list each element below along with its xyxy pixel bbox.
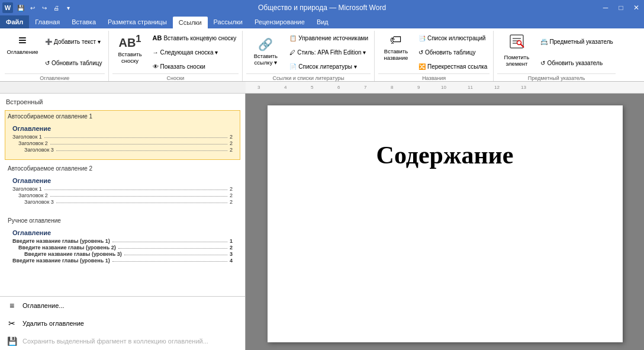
toc-group-label: Оглавление [5,73,105,82]
ruler-tick-11: 11 [468,85,473,90]
manage-sources-icon: 📋 [289,35,297,41]
title-bar: W 💾 ↩ ↪ 🖨 ▾ Общество и природа — Microso… [0,0,644,15]
update-table-icon: ↺ [45,60,50,66]
manage-sources-btn[interactable]: 📋 Управление источниками [287,32,371,44]
show-notes-btn[interactable]: 👁 Показать сноски [150,60,239,72]
ribbon-group-footnotes: AB1 Вставить сноску AB Вставить концевую… [110,31,243,81]
insert-citation-btn[interactable]: 🔗 Вставить ссылку ▾ [246,31,285,72]
toc-small-btns: ➕ Добавить текст ▾ ↺ Обновить таблицу [43,31,105,73]
citations-group-content: 🔗 Вставить ссылку ▾ 📋 Управление источни… [246,31,371,73]
index-small-btns: 📇 Предметный указатель ↺ Обновить указат… [538,31,615,73]
manage-sources-label: Управление источниками [298,35,368,41]
ruler-tick-10: 10 [441,85,446,90]
toc-group-content: ≡ Оглавление ➕ Добавить текст ▾ ↺ Обнови… [5,31,105,73]
manual-toc-option[interactable]: Ручное оглавление Оглавление Введите наз… [5,214,240,271]
open-toc-action[interactable]: ≡ Оглавление... [0,297,245,314]
auto-toc-1-option[interactable]: Автособираемое оглавление 1 Оглавление З… [5,110,240,160]
update-table-btn[interactable]: ↺ Обновить таблицу [43,57,105,69]
ribbon-group-index: Пометить элемент 📇 Предметный указатель … [495,31,619,81]
auto-toc-2-option[interactable]: Автособираемое оглавление 2 Оглавление З… [5,162,240,212]
save-toc-label: Сохранить выделенный фрагмент в коллекци… [22,338,208,345]
main-area: Встроенный Автособираемое оглавление 1 О… [0,94,644,350]
auto-toc-1-label: Автособираемое оглавление 1 [8,113,237,120]
manual-toc-line-4: Введите название главы (уровень 1) 4 [12,258,233,264]
update-index-btn[interactable]: ↺ Обновить указатель [538,57,615,69]
save-toc-icon: 💾 [6,335,18,347]
menu-view[interactable]: Вид [311,15,334,28]
update-index-label: Обновить указатель [547,60,603,66]
update-index-icon: ↺ [540,60,545,66]
ruler-area: 3 4 5 6 7 8 9 10 11 12 13 [0,82,644,94]
mark-entry-btn[interactable]: Пометить элемент [497,31,536,69]
insert-footnote-icon: AB1 [118,33,141,50]
insert-endnote-label: Вставить концевую сноску [163,35,236,41]
document-area[interactable]: Содержание [246,94,644,350]
figure-list-btn[interactable]: 📑 Список иллюстраций [416,32,490,44]
auto-toc-1-preview: Оглавление Заголовок 1 2 Заголовок 2 2 [8,121,237,157]
scroll-spacer [0,273,245,285]
menu-review[interactable]: Рецензирование [249,15,311,28]
menu-file[interactable]: Файл [0,15,29,28]
ribbon: ≡ Оглавление ➕ Добавить текст ▾ ↺ Обнови… [0,28,644,82]
add-text-btn[interactable]: ➕ Добавить текст ▾ [43,36,105,47]
footnotes-small-btns: AB Вставить концевую сноску → Следующая … [150,31,239,73]
captions-group-label: Названия [378,73,490,82]
captions-group-content: 🏷 Вставить название 📑 Список иллюстраций… [378,31,490,73]
word-icon: W [2,2,13,13]
insert-endnote-icon: AB [153,34,162,41]
toc-icon: ≡ [18,33,27,47]
builtin-section-header: Встроенный [0,94,245,108]
ribbon-group-toc: ≡ Оглавление ➕ Добавить текст ▾ ↺ Обнови… [2,31,109,81]
menu-insert[interactable]: Вставка [66,15,102,28]
minimize-btn[interactable]: ─ [598,0,613,15]
cross-ref-btn[interactable]: 🔀 Перекрестная ссылка [416,60,490,72]
menu-layout[interactable]: Разметка страницы [102,15,173,28]
qa-undo-btn[interactable]: ↩ [27,2,38,13]
index-btn[interactable]: 📇 Предметный указатель [538,36,615,47]
footnotes-group-label: Сноски [112,73,239,82]
figure-list-icon: 📑 [418,35,426,41]
qa-redo-btn[interactable]: ↪ [39,2,50,13]
qa-save-btn[interactable]: 💾 [15,2,26,13]
footnotes-group-content: AB1 Вставить сноску AB Вставить концевую… [112,31,239,73]
ribbon-group-citations: 🔗 Вставить ссылку ▾ 📋 Управление источни… [244,31,375,81]
open-toc-label: Оглавление... [22,302,65,309]
window-controls: ─ □ ✕ [598,0,644,15]
auto-toc-2-line-2: Заголовок 2 2 [12,192,233,198]
sidebar-container: Встроенный Автособираемое оглавление 1 О… [0,94,246,350]
menu-references[interactable]: Ссылки [173,17,208,28]
menu-home[interactable]: Главная [29,15,66,28]
qa-dropdown-btn[interactable]: ▾ [63,2,73,13]
window-title: Общество и природа — Microsoft Word [258,4,386,12]
ruler-tick-4: 4 [284,85,286,90]
app-window: W 💾 ↩ ↪ 🖨 ▾ Общество и природа — Microso… [0,0,644,350]
bibliography-icon: 📄 [289,63,297,70]
delete-toc-icon: ✂ [6,317,18,329]
manual-toc-label: Ручное оглавление [8,217,237,224]
update-captions-btn[interactable]: ↺ Обновить таблицу [416,46,490,58]
auto-toc-1-line-3: Заголовок 3 2 [12,147,233,153]
manual-toc-title: Оглавление [12,229,233,236]
update-table-label: Обновить таблицу [51,60,102,66]
menu-bar: Файл Главная Вставка Разметка страницы С… [0,15,644,28]
menu-mailings[interactable]: Рассылки [208,15,249,28]
ruler-tick-6: 6 [337,85,340,90]
ruler-corner [0,82,246,93]
auto-toc-1-line-2: Заголовок 2 2 [12,140,233,146]
qa-print-btn[interactable]: 🖨 [51,2,62,13]
insert-caption-btn[interactable]: 🏷 Вставить название [378,31,414,63]
next-footnote-btn[interactable]: → Следующая сноска ▾ [150,46,239,58]
insert-endnote-btn[interactable]: AB Вставить концевую сноску [150,32,239,44]
add-text-icon: ➕ [45,38,52,45]
style-selector[interactable]: 🖊 Стиль: APA Fifth Edition ▾ [287,46,371,58]
maximize-btn[interactable]: □ [613,0,629,15]
next-footnote-icon: → [153,49,159,56]
insert-footnote-btn[interactable]: AB1 Вставить сноску [112,31,148,66]
bibliography-btn[interactable]: 📄 Список литературы ▾ [287,60,371,72]
toc-btn-label: Оглавление [7,49,38,55]
delete-toc-action[interactable]: ✂ Удалить оглавление [0,314,245,332]
toc-big-btn[interactable]: ≡ Оглавление [5,31,40,57]
toc-dropdown-panel: Встроенный Автособираемое оглавление 1 О… [0,94,245,296]
sidebar-bottom-actions: ≡ Оглавление... ✂ Удалить оглавление 💾 С… [0,296,245,350]
close-btn[interactable]: ✕ [629,0,644,15]
